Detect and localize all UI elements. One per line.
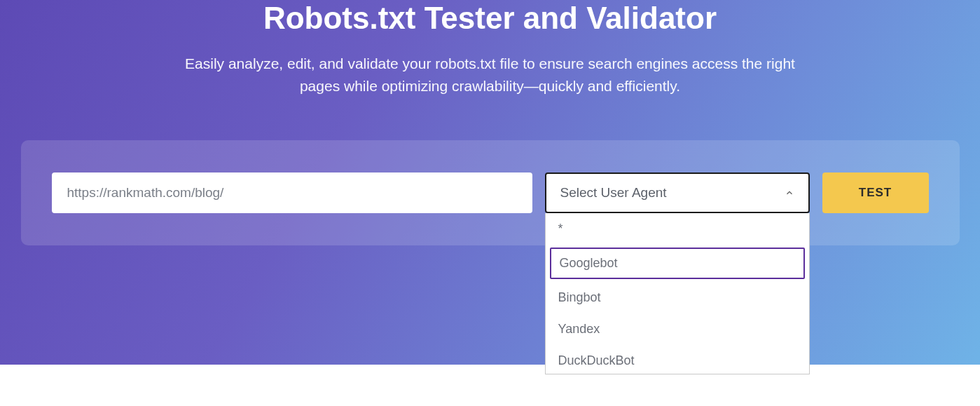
tester-panel: Select User Agent *GooglebotBingbotYande… <box>21 140 960 245</box>
url-input[interactable] <box>52 172 532 213</box>
user-agent-option[interactable]: * <box>546 213 809 245</box>
test-button[interactable]: TEST <box>822 172 929 213</box>
user-agent-option[interactable]: Googlebot <box>550 248 805 279</box>
user-agent-option[interactable]: Yandex <box>546 313 809 345</box>
hero-section: Robots.txt Tester and Validator Easily a… <box>0 0 980 365</box>
page-title: Robots.txt Tester and Validator <box>0 0 980 37</box>
chevron-up-icon <box>785 188 794 198</box>
user-agent-dropdown[interactable]: *GooglebotBingbotYandexDuckDuckBot <box>545 213 810 374</box>
user-agent-select-wrap: Select User Agent *GooglebotBingbotYande… <box>545 172 810 213</box>
user-agent-option[interactable]: DuckDuckBot <box>546 345 809 374</box>
page-subtitle: Easily analyze, edit, and validate your … <box>175 53 806 98</box>
user-agent-select[interactable]: Select User Agent <box>545 172 810 213</box>
user-agent-select-label: Select User Agent <box>560 185 667 201</box>
footer-blank <box>0 365 980 406</box>
user-agent-option[interactable]: Bingbot <box>546 282 809 313</box>
